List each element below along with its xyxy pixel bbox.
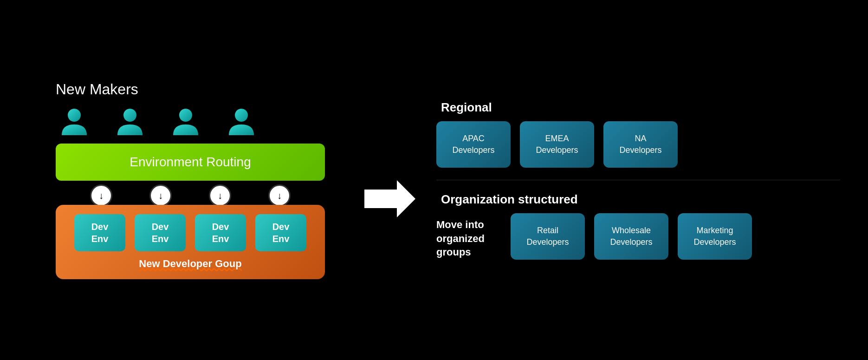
section-divider xyxy=(436,180,840,180)
new-makers-label: New Makers xyxy=(56,81,138,98)
svg-point-0 xyxy=(68,109,81,122)
person-icon-4 xyxy=(223,103,260,140)
right-section: Regional APACDevelopers EMEADevelopers N… xyxy=(427,100,840,260)
person-svg-3 xyxy=(169,105,202,137)
person-svg-2 xyxy=(114,105,146,137)
svg-point-2 xyxy=(179,109,192,122)
dev-env-row: DevEnv DevEnv DevEnv DevEnv xyxy=(74,214,306,251)
org-tiles-row: RetailDevelopers WholesaleDevelopers Mar… xyxy=(511,213,752,260)
person-icons-row xyxy=(56,103,260,140)
na-tile: NADevelopers xyxy=(603,121,678,168)
arrow-circle-1: ↓ xyxy=(90,184,112,207)
wholesale-tile: WholesaleDevelopers xyxy=(594,213,668,260)
env-routing-label: Environment Routing xyxy=(130,155,251,170)
person-icon-1 xyxy=(56,103,93,140)
middle-arrow xyxy=(362,180,418,217)
retail-tile: RetailDevelopers xyxy=(511,213,585,260)
dev-env-box-2: DevEnv xyxy=(135,214,186,251)
person-svg-4 xyxy=(225,105,258,137)
arrow-circle-4: ↓ xyxy=(268,184,291,207)
env-routing-box: Environment Routing xyxy=(56,144,325,181)
left-section: New Makers xyxy=(28,81,353,279)
svg-point-3 xyxy=(235,109,248,122)
regional-tiles-row: APACDevelopers EMEADevelopers NADevelope… xyxy=(436,121,840,168)
arrow-circle-3: ↓ xyxy=(209,184,231,207)
right-arrow-svg xyxy=(364,180,415,217)
org-label: Organization structured xyxy=(441,192,840,207)
regional-label: Regional xyxy=(441,100,840,115)
dev-env-box-4: DevEnv xyxy=(255,214,306,251)
emea-tile: EMEADevelopers xyxy=(520,121,594,168)
move-into-label: Move into organized groups xyxy=(436,213,511,259)
main-container: New Makers xyxy=(0,0,868,360)
person-svg-1 xyxy=(58,105,91,137)
dev-env-box-1: DevEnv xyxy=(74,214,125,251)
bottom-row-wrapper: Move into organized groups RetailDevelop… xyxy=(436,213,840,260)
dev-group-label: New Developer Goup xyxy=(139,258,241,270)
arrow-circle-2: ↓ xyxy=(149,184,172,207)
arrows-row: ↓ ↓ ↓ ↓ xyxy=(90,184,291,207)
marketing-tile: MarketingDevelopers xyxy=(678,213,752,260)
svg-marker-4 xyxy=(364,180,415,217)
dev-group-box: DevEnv DevEnv DevEnv DevEnv New Develope… xyxy=(56,205,325,279)
svg-point-1 xyxy=(123,109,136,122)
regional-group: Regional APACDevelopers EMEADevelopers N… xyxy=(436,100,840,168)
person-icon-2 xyxy=(111,103,149,140)
apac-tile: APACDevelopers xyxy=(436,121,511,168)
dev-env-box-3: DevEnv xyxy=(195,214,246,251)
org-group: Organization structured Move into organi… xyxy=(436,192,840,260)
person-icon-3 xyxy=(167,103,204,140)
